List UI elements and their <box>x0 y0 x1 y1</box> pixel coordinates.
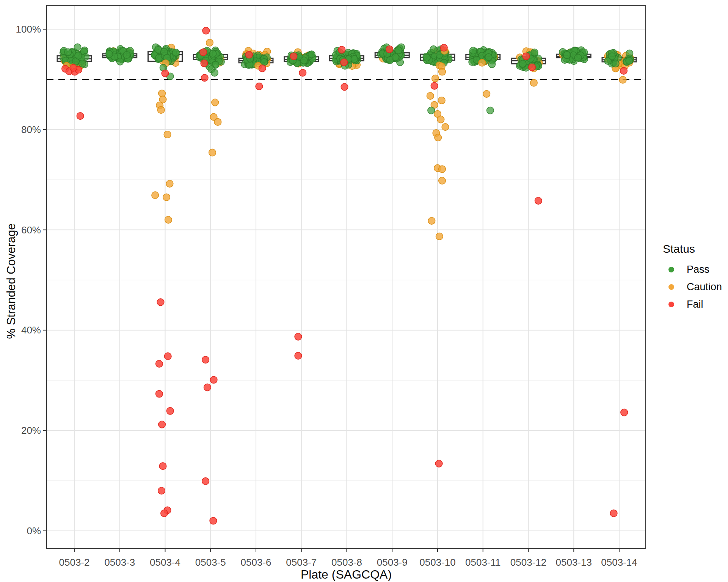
legend-entry-caution: Caution <box>663 278 722 296</box>
data-point <box>522 53 530 60</box>
data-point <box>159 463 166 470</box>
x-axis: 0503-20503-30503-40503-50503-60503-70503… <box>59 549 637 568</box>
data-point <box>609 53 616 60</box>
data-point <box>201 74 208 81</box>
y-tick-label: 20% <box>21 425 41 436</box>
x-tick-label: 0503-8 <box>331 557 362 568</box>
data-point <box>436 233 443 240</box>
caution-dot-icon <box>668 284 674 290</box>
data-point <box>106 50 113 58</box>
data-point <box>395 47 402 54</box>
data-point <box>202 27 210 34</box>
data-point <box>74 44 81 51</box>
data-point <box>610 510 617 517</box>
legend-entry-pass: Pass <box>663 261 722 278</box>
data-point <box>201 60 208 67</box>
data-point <box>438 97 446 104</box>
x-tick-label: 0503-3 <box>104 557 135 568</box>
chart-figure: 0%20%40%60%80%100%0503-20503-30503-40503… <box>0 0 728 582</box>
boxplot-jitter-chart: 0%20%40%60%80%100%0503-20503-30503-40503… <box>0 0 728 582</box>
data-point <box>200 49 207 56</box>
data-point <box>165 216 172 224</box>
data-point <box>392 54 399 61</box>
data-point <box>386 46 393 53</box>
data-point <box>479 59 486 66</box>
data-point <box>442 124 449 131</box>
data-point <box>163 194 170 201</box>
data-point <box>428 107 435 114</box>
data-point <box>435 134 442 141</box>
data-point <box>206 39 213 46</box>
x-tick-label: 0503-14 <box>601 557 637 568</box>
data-point <box>439 68 446 75</box>
data-point <box>301 57 308 64</box>
x-tick-label: 0503-4 <box>150 557 180 568</box>
y-axis-title: % Stranded Coverage <box>5 223 18 339</box>
data-point <box>439 166 446 173</box>
data-point <box>157 106 165 114</box>
fail-dot-icon <box>668 302 674 307</box>
data-point <box>487 107 494 114</box>
data-point <box>156 390 163 397</box>
data-point <box>535 197 542 205</box>
data-point <box>340 59 348 66</box>
data-point <box>621 409 628 416</box>
data-point <box>620 67 628 75</box>
data-point <box>435 460 442 467</box>
data-point <box>290 53 297 60</box>
data-point <box>308 51 315 58</box>
data-point <box>209 149 216 156</box>
data-point <box>204 384 211 391</box>
data-point <box>211 69 218 77</box>
data-point <box>210 517 217 524</box>
x-tick-label: 0503-9 <box>377 557 408 568</box>
pass-dot-icon <box>668 267 674 272</box>
data-point <box>441 44 448 52</box>
data-point <box>563 52 571 59</box>
data-point <box>162 70 169 77</box>
data-point <box>166 407 174 415</box>
legend-label-pass: Pass <box>687 264 709 275</box>
x-tick-label: 0503-13 <box>556 557 592 568</box>
data-point <box>64 48 72 56</box>
x-tick-label: 0503-6 <box>241 557 271 568</box>
data-point <box>612 60 619 67</box>
plate-points <box>332 46 361 91</box>
data-point <box>431 82 438 89</box>
y-axis: 0%20%40%60%80%100% <box>16 23 47 537</box>
legend-title: Status <box>663 242 722 255</box>
legend-label-caution: Caution <box>687 281 722 293</box>
data-point <box>157 299 164 306</box>
data-point <box>156 360 163 368</box>
data-point <box>295 333 302 340</box>
y-tick-label: 40% <box>21 324 41 336</box>
grid-minor <box>47 79 646 480</box>
data-point <box>158 421 166 428</box>
data-point <box>427 92 434 100</box>
data-point <box>424 54 431 61</box>
data-point <box>158 487 165 494</box>
plate-points <box>559 47 588 64</box>
data-point <box>214 119 221 126</box>
data-point <box>212 99 219 106</box>
data-point <box>531 49 538 56</box>
data-point <box>485 54 492 61</box>
data-point <box>79 60 86 67</box>
data-point <box>70 64 77 72</box>
data-point <box>123 52 130 59</box>
data-point <box>299 69 306 77</box>
legend-label-fail: Fail <box>687 299 703 310</box>
x-tick-label: 0503-10 <box>419 557 455 568</box>
data-point <box>77 113 84 120</box>
y-tick-label: 100% <box>16 23 41 35</box>
data-point <box>164 353 171 360</box>
data-point <box>259 65 266 72</box>
data-point <box>428 217 435 225</box>
legend: Status Pass Caution Fail <box>663 242 722 313</box>
data-point <box>574 54 582 61</box>
x-axis-title: Plate (SAGCQA) <box>47 568 646 582</box>
data-point <box>619 76 626 83</box>
y-tick-label: 60% <box>21 224 41 236</box>
legend-entry-fail: Fail <box>663 296 722 313</box>
data-point <box>437 116 444 123</box>
